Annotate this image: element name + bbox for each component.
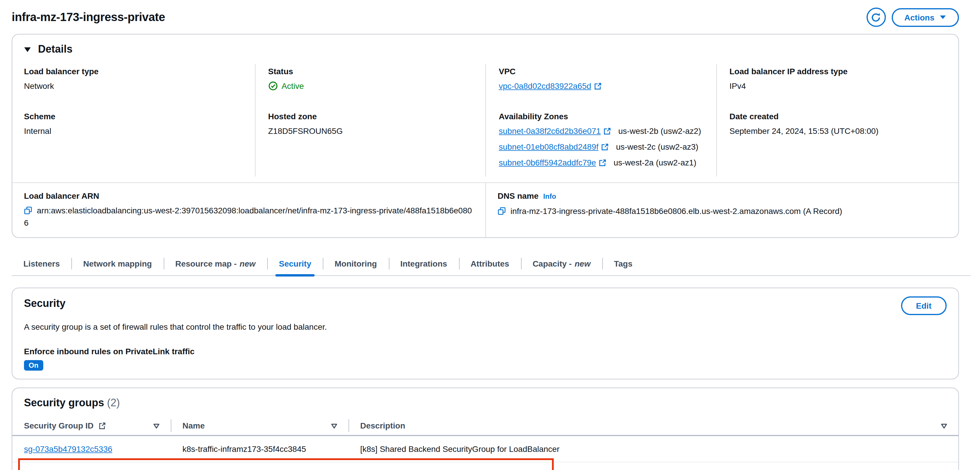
- sort-icon[interactable]: [940, 422, 948, 429]
- external-link-icon: [601, 143, 609, 151]
- subnet-link-3[interactable]: subnet-0b6ff5942addfc79e: [499, 155, 607, 171]
- security-heading: Security: [24, 296, 65, 310]
- tab-integrations[interactable]: Integrations: [388, 253, 459, 275]
- column-label: Security Group ID: [24, 421, 94, 430]
- vpc-label: VPC: [499, 65, 706, 77]
- tab-monitoring[interactable]: Monitoring: [323, 253, 389, 275]
- arn-dns-row: Load balancer ARN arn:aws:elasticloadbal…: [12, 183, 958, 237]
- arn-label: Load balancer ARN: [24, 190, 474, 202]
- details-column-2: Status Active Hosted zone Z18D5FSROUN6: [255, 64, 485, 176]
- az-row: subnet-0b6ff5942addfc79e us-west-2a (usw…: [499, 155, 706, 171]
- header-actions: Actions: [866, 8, 959, 27]
- column-header-security-group-id[interactable]: Security Group ID: [12, 416, 171, 435]
- security-groups-panel: Security groups (2) Security Group ID Na…: [12, 387, 959, 470]
- subnet-link-text: subnet-0b6ff5942addfc79e: [499, 155, 596, 171]
- edit-button[interactable]: Edit: [901, 296, 947, 315]
- field-hosted-zone: Hosted zone Z18D5FSROUN65G: [268, 111, 476, 137]
- tab-resource-map[interactable]: Resource map -new: [164, 253, 267, 275]
- check-circle-icon: [268, 81, 277, 91]
- subnet-link-1[interactable]: subnet-0a38f2c6d2b36e071: [499, 123, 611, 139]
- az-row: subnet-0a38f2c6d2b36e071 us-west-2b (usw…: [499, 123, 706, 139]
- table-row: sg-073a5b479132c5336 k8s-traffic-inframz…: [12, 436, 958, 462]
- refresh-icon: [871, 12, 881, 22]
- ip-type-value: IPv4: [729, 80, 937, 92]
- az-zone-2: us-west-2c (usw2-az3): [616, 139, 698, 155]
- field-dns: DNS nameInfo infra-mz-173-ingress-privat…: [485, 183, 958, 237]
- field-availability-zones: Availability Zones subnet-0a38f2c6d2b36e…: [499, 111, 706, 171]
- vpc-link[interactable]: vpc-0a8d02cd83922a65d: [499, 80, 602, 92]
- az-label: Availability Zones: [499, 111, 706, 122]
- details-column-4: Load balancer IP address type IPv4 Date …: [716, 64, 947, 176]
- ip-type-label: Load balancer IP address type: [729, 65, 937, 77]
- security-group-name: k8s-traffic-inframz173-35f4cc3845: [171, 444, 348, 454]
- arn-text: arn:aws:elasticloadbalancing:us-west-2:3…: [24, 206, 472, 227]
- details-header[interactable]: Details: [12, 35, 958, 61]
- security-groups-heading: Security groups: [24, 397, 104, 409]
- copy-icon[interactable]: [498, 206, 511, 216]
- external-link-icon: [594, 82, 602, 90]
- lb-type-label: Load balancer type: [24, 65, 245, 77]
- status-value: Active: [268, 80, 476, 92]
- tab-capacity[interactable]: Capacity -new: [521, 253, 602, 275]
- field-ip-type: Load balancer IP address type IPv4: [729, 65, 937, 92]
- tab-listeners[interactable]: Listeners: [12, 253, 72, 275]
- vpc-link-text: vpc-0a8d02cd83922a65d: [499, 80, 591, 92]
- details-column-1: Load balancer type Network Scheme Intern…: [24, 64, 255, 176]
- subnet-link-text: subnet-0a38f2c6d2b36e071: [499, 123, 601, 139]
- az-zone-3: us-west-2a (usw2-az1): [614, 155, 697, 171]
- collapse-triangle-icon[interactable]: [24, 46, 31, 52]
- details-heading: Details: [38, 43, 73, 56]
- field-arn: Load balancer ARN arn:aws:elasticloadbal…: [12, 183, 485, 237]
- az-row: subnet-01eb08cf8abd2489f us-west-2c (usw…: [499, 139, 706, 155]
- field-date-created: Date created September 24, 2024, 15:53 (…: [729, 111, 937, 137]
- refresh-button[interactable]: [866, 8, 886, 27]
- table-row: sg-0061d9d73ad1aa995 k8s-istioing-istioi…: [12, 462, 958, 470]
- column-label: Description: [360, 421, 405, 430]
- external-link-icon: [98, 422, 106, 429]
- dns-text: infra-mz-173-ingress-private-488fa1518b6…: [511, 206, 842, 216]
- privatelink-label: Enforce inbound rules on PrivateLink tra…: [24, 346, 947, 357]
- dns-label-text: DNS name: [498, 191, 539, 200]
- subnet-link-2[interactable]: subnet-01eb08cf8abd2489f: [499, 139, 609, 155]
- load-balancer-detail-page: infra-mz-173-ingress-private Actions: [0, 0, 980, 470]
- table-header-row: Security Group ID Name Description: [12, 416, 958, 436]
- tab-tags[interactable]: Tags: [602, 253, 644, 275]
- external-link-icon: [599, 159, 607, 167]
- column-header-name[interactable]: Name: [171, 416, 348, 435]
- copy-icon[interactable]: [24, 206, 37, 215]
- column-header-description[interactable]: Description: [348, 416, 958, 435]
- external-link-icon: [604, 127, 611, 135]
- field-lb-type: Load balancer type Network: [24, 65, 245, 92]
- arn-value: arn:aws:elasticloadbalancing:us-west-2:3…: [24, 205, 474, 229]
- actions-button[interactable]: Actions: [891, 8, 959, 27]
- details-column-3: VPC vpc-0a8d02cd83922a65d Availability Z…: [485, 64, 716, 176]
- tab-network-mapping[interactable]: Network mapping: [72, 253, 164, 275]
- lb-type-value: Network: [24, 80, 245, 92]
- details-grid: Load balancer type Network Scheme Intern…: [12, 61, 958, 183]
- tab-security[interactable]: Security: [267, 253, 323, 275]
- field-vpc: VPC vpc-0a8d02cd83922a65d: [499, 65, 706, 92]
- dns-info-link[interactable]: Info: [543, 192, 556, 200]
- status-text: Active: [282, 80, 304, 92]
- sort-icon[interactable]: [153, 422, 160, 429]
- tab-attributes[interactable]: Attributes: [459, 253, 521, 275]
- date-created-label: Date created: [729, 111, 937, 122]
- scheme-label: Scheme: [24, 111, 245, 122]
- dns-label: DNS nameInfo: [498, 190, 947, 202]
- details-panel: Details Load balancer type Network Schem…: [12, 34, 959, 238]
- sort-icon[interactable]: [330, 422, 338, 429]
- security-groups-count: (2): [107, 397, 120, 409]
- security-panel: Security Edit A security group is a set …: [12, 287, 959, 379]
- page-title: infra-mz-173-ingress-private: [12, 11, 165, 24]
- security-group-link[interactable]: sg-073a5b479132c5336: [24, 444, 112, 454]
- column-label: Name: [183, 421, 205, 430]
- status-label: Status: [268, 65, 476, 77]
- az-zone-1: us-west-2b (usw2-az2): [618, 123, 701, 139]
- date-created-value: September 24, 2024, 15:53 (UTC+08:00): [729, 125, 937, 137]
- hosted-zone-value: Z18D5FSROUN65G: [268, 125, 476, 137]
- dns-value: infra-mz-173-ingress-private-488fa1518b6…: [498, 205, 947, 218]
- caret-down-icon: [940, 15, 946, 19]
- security-description: A security group is a set of firewall ru…: [24, 321, 947, 333]
- page-header: infra-mz-173-ingress-private Actions: [0, 0, 980, 29]
- actions-button-label: Actions: [904, 13, 934, 22]
